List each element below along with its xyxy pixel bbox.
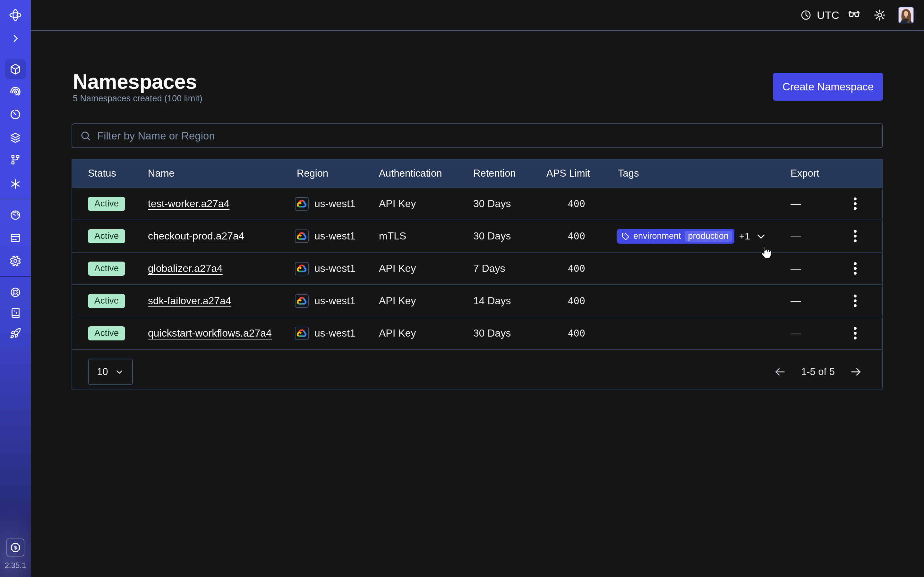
aps-limit-value: 400 — [539, 327, 610, 339]
layers-icon — [10, 132, 21, 143]
gcp-region-box — [295, 229, 309, 243]
region-label: us-west1 — [314, 295, 355, 307]
namespace-link[interactable]: checkout-prod.a27a4 — [148, 230, 244, 242]
namespace-link[interactable]: sdk-failover.a27a4 — [148, 295, 231, 306]
temporal-logo[interactable] — [5, 5, 26, 25]
status-badge: Active — [88, 294, 125, 308]
export-value: — — [782, 327, 837, 339]
docs-book-icon — [10, 307, 21, 319]
namespace-link[interactable]: quickstart-workflows.a27a4 — [148, 327, 272, 339]
retention-label: 30 Days — [465, 198, 539, 210]
retention-label: 14 Days — [465, 295, 539, 307]
sidebar-item-billing[interactable] — [5, 228, 26, 248]
pagination-range: 1-5 of 5 — [801, 366, 835, 378]
namespaces-table: Status Name Region Authentication Retent… — [71, 159, 883, 390]
fork-icon — [10, 154, 21, 165]
chevron-right-icon — [10, 33, 21, 44]
search-input[interactable] — [97, 130, 875, 142]
expand-tags-chevron-icon[interactable] — [755, 230, 767, 242]
sidebar-item-docs[interactable] — [5, 303, 26, 323]
create-namespace-button[interactable]: Create Namespace — [773, 73, 883, 101]
sidebar-item-worker-deployments[interactable] — [5, 150, 26, 169]
status-badge: Active — [88, 261, 125, 276]
table-row: Active test-worker.a27a4 us-west1 API Ke… — [72, 187, 882, 219]
lifebuoy-icon — [10, 287, 21, 298]
table-row: Active quickstart-workflows.a27a4 us-wes… — [72, 317, 882, 349]
pricing-badge-button[interactable]: $ — [6, 538, 24, 556]
tags-more-count: +1 — [739, 231, 750, 242]
table-footer: 10 1-5 of 5 — [72, 349, 882, 389]
google-cloud-icon — [297, 329, 307, 337]
sidebar-item-usage[interactable] — [5, 205, 26, 225]
status-badge: Active — [88, 229, 125, 243]
tag-value: production — [685, 231, 732, 242]
tags-cell: environment production +1 — [610, 229, 782, 243]
table-row: Active globalizer.a27a4 us-west1 API Key… — [72, 252, 882, 284]
row-actions-menu[interactable] — [837, 197, 882, 210]
sidebar: $ 2.35.1 — [0, 0, 31, 577]
pagination-controls: 1-5 of 5 — [774, 366, 863, 378]
col-header-status[interactable]: Status — [72, 168, 140, 179]
gauge-icon — [10, 210, 21, 221]
col-header-authentication[interactable]: Authentication — [371, 168, 465, 179]
labs-mode-button[interactable] — [847, 8, 861, 22]
asterisk-icon — [10, 178, 21, 190]
namespace-link[interactable]: test-worker.a27a4 — [148, 198, 229, 210]
col-header-name[interactable]: Name — [140, 168, 288, 179]
sidebar-item-get-started[interactable] — [5, 324, 26, 343]
row-actions-menu[interactable] — [837, 230, 882, 242]
cube-icon — [10, 63, 21, 75]
region-label: us-west1 — [314, 230, 355, 242]
sidebar-item-nexus[interactable] — [5, 174, 26, 194]
retention-label: 7 Days — [465, 263, 539, 274]
namespace-link[interactable]: globalizer.a27a4 — [148, 263, 223, 274]
sidebar-item-deployments[interactable] — [5, 128, 26, 148]
table-row: Active sdk-failover.a27a4 us-west1 API K… — [72, 284, 882, 317]
col-header-tags[interactable]: Tags — [610, 168, 782, 179]
table-header-row: Status Name Region Authentication Retent… — [72, 160, 882, 187]
google-cloud-icon — [297, 264, 307, 272]
region-label: us-west1 — [314, 198, 355, 210]
sidebar-item-namespaces[interactable] — [5, 59, 26, 79]
avatar-image — [899, 7, 913, 23]
page-subtitle: 5 Namespaces created (100 limit) — [73, 93, 202, 103]
sidebar-divider — [0, 276, 31, 277]
dollar-badge-icon: $ — [10, 542, 21, 553]
row-actions-menu[interactable] — [837, 262, 882, 275]
google-cloud-icon — [297, 297, 307, 305]
sidebar-item-settings[interactable] — [5, 251, 26, 271]
tag-icon — [621, 232, 630, 240]
col-header-retention[interactable]: Retention — [465, 168, 539, 179]
rocket-icon — [10, 327, 21, 339]
sidebar-item-support[interactable] — [5, 282, 26, 302]
theme-toggle-button[interactable] — [873, 9, 886, 21]
region-label: us-west1 — [314, 263, 355, 274]
sidebar-item-workflows[interactable] — [5, 82, 26, 102]
page-size-select[interactable]: 10 — [88, 359, 133, 385]
timezone-button[interactable]: UTC — [800, 9, 839, 21]
aps-limit-value: 400 — [539, 263, 610, 274]
col-header-region[interactable]: Region — [288, 168, 371, 179]
tag-pill[interactable]: environment production — [617, 229, 734, 243]
col-header-aps-limit[interactable]: APS Limit — [539, 168, 610, 179]
auth-label: API Key — [371, 198, 465, 210]
export-value: — — [782, 263, 837, 274]
export-value: — — [782, 230, 837, 242]
next-page-button[interactable] — [850, 366, 863, 378]
previous-page-button[interactable] — [774, 366, 787, 378]
google-cloud-icon — [297, 200, 307, 208]
sidebar-expand-button[interactable] — [5, 29, 26, 48]
topbar: UTC — [31, 0, 924, 31]
filter-search — [71, 123, 883, 148]
gcp-region-box — [295, 294, 309, 308]
row-actions-menu[interactable] — [837, 295, 882, 307]
sidebar-item-schedules[interactable] — [5, 105, 26, 124]
gcp-region-box — [295, 197, 309, 211]
svg-text:$: $ — [14, 544, 17, 551]
export-value: — — [782, 295, 837, 307]
user-avatar[interactable] — [898, 7, 914, 23]
row-actions-menu[interactable] — [837, 327, 882, 340]
col-header-export[interactable]: Export — [782, 168, 837, 179]
glasses-icon — [847, 8, 861, 22]
gcp-region-box — [295, 327, 309, 340]
